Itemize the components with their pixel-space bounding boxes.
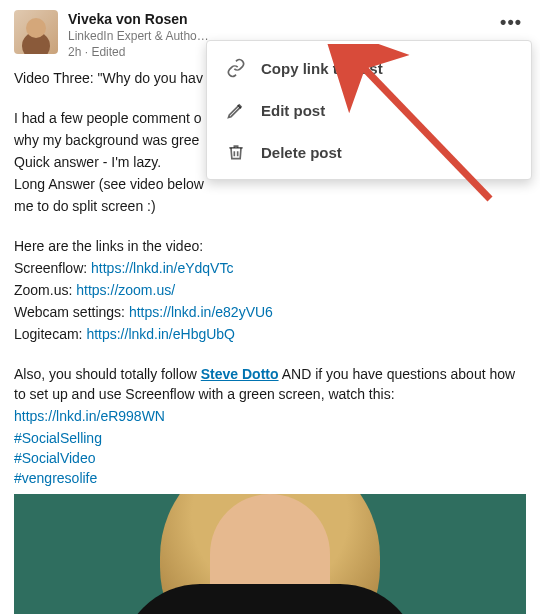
post-edited: Edited bbox=[91, 45, 125, 59]
follow-link[interactable]: https://lnkd.in/eR998WN bbox=[14, 408, 165, 424]
menu-delete-label: Delete post bbox=[261, 144, 342, 161]
video-thumbnail[interactable] bbox=[14, 494, 526, 614]
menu-copy-link[interactable]: Copy link to post bbox=[207, 47, 531, 89]
menu-edit-label: Edit post bbox=[261, 102, 325, 119]
hashtag[interactable]: #SocialSelling bbox=[14, 428, 526, 448]
options-dropdown[interactable]: Copy link to post Edit post Delete post bbox=[206, 40, 532, 180]
more-options-button[interactable]: ••• bbox=[496, 8, 526, 37]
link-icon bbox=[225, 57, 247, 79]
zoom-link[interactable]: https://zoom.us/ bbox=[76, 282, 175, 298]
menu-edit-post[interactable]: Edit post bbox=[207, 89, 531, 131]
hashtag[interactable]: #SocialVideo bbox=[14, 448, 526, 468]
body-also: Also, you should totally follow Steve Do… bbox=[14, 364, 526, 404]
author-name[interactable]: Viveka von Rosen bbox=[68, 10, 526, 28]
webcam-settings-link[interactable]: https://lnkd.in/e82yVU6 bbox=[129, 304, 273, 320]
post-time: 2h bbox=[68, 45, 81, 59]
body-link-row: Logitecam: https://lnkd.in/eHbgUbQ bbox=[14, 324, 526, 344]
body-line: me to do split screen :) bbox=[14, 196, 526, 216]
menu-delete-post[interactable]: Delete post bbox=[207, 131, 531, 173]
body-link-row: Zoom.us: https://zoom.us/ bbox=[14, 280, 526, 300]
avatar[interactable] bbox=[14, 10, 58, 54]
body-link-row: Screenflow: https://lnkd.in/eYdqVTc bbox=[14, 258, 526, 278]
menu-copy-label: Copy link to post bbox=[261, 60, 383, 77]
body-link-row: Webcam settings: https://lnkd.in/e82yVU6 bbox=[14, 302, 526, 322]
pencil-icon bbox=[225, 99, 247, 121]
screenflow-link[interactable]: https://lnkd.in/eYdqVTc bbox=[91, 260, 233, 276]
trash-icon bbox=[225, 141, 247, 163]
logitecam-link[interactable]: https://lnkd.in/eHbgUbQ bbox=[86, 326, 235, 342]
hashtag[interactable]: #vengresolife bbox=[14, 468, 526, 488]
body-links-header: Here are the links in the video: bbox=[14, 236, 526, 256]
mention-steve-dotto[interactable]: Steve Dotto bbox=[201, 366, 279, 382]
